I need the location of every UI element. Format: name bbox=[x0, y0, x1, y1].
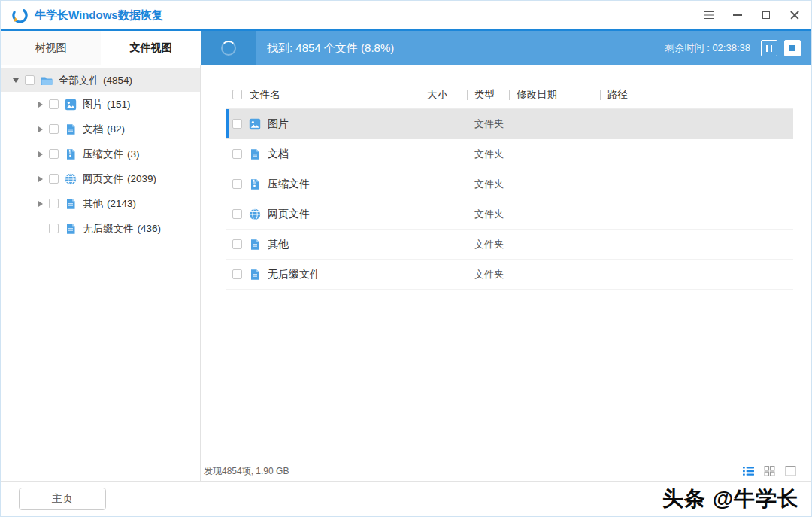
remaining-time-text: 剩余时间 : 02:38:38 bbox=[665, 41, 750, 55]
maximize-icon[interactable] bbox=[760, 9, 772, 21]
tree-item-count: (2039) bbox=[127, 173, 156, 184]
checkbox[interactable] bbox=[232, 269, 242, 279]
table-header: 文件名 大小 类型 修改日期 路径 bbox=[226, 81, 793, 109]
view-mode-switcher bbox=[743, 466, 796, 476]
table-row-no-extension-files[interactable]: 无后缀文件 文件夹 bbox=[226, 260, 793, 290]
image-icon bbox=[65, 99, 77, 111]
file-table: 文件名 大小 类型 修改日期 路径 图片 文件夹 bbox=[201, 65, 811, 461]
scan-summary-text: 发现4854项, 1.90 GB bbox=[204, 465, 289, 478]
file-name: 文档 bbox=[268, 147, 289, 161]
sidebar-item-archives[interactable]: 压缩文件 (3) bbox=[1, 141, 200, 166]
grid-view-icon[interactable] bbox=[764, 466, 775, 476]
web-icon bbox=[249, 208, 261, 220]
archive-icon bbox=[65, 148, 77, 160]
tree-item-count: (82) bbox=[107, 123, 125, 135]
header-name-cell: 文件名 bbox=[226, 88, 420, 102]
checkbox[interactable] bbox=[232, 149, 242, 159]
sidebar-tree: 全部文件 (4854) 图片 (151) 文档 (82) bbox=[1, 65, 201, 481]
checkbox[interactable] bbox=[49, 199, 59, 208]
titlebar: 牛学长Windows数据恢复 bbox=[1, 1, 811, 31]
document-icon bbox=[249, 269, 261, 281]
sidebar-item-no-extension-files[interactable]: 无后缀文件 (436) bbox=[1, 216, 200, 241]
stop-icon bbox=[789, 45, 795, 51]
document-icon bbox=[65, 123, 77, 135]
header-type[interactable]: 类型 bbox=[467, 88, 509, 102]
tree-item-label: 网页文件 bbox=[83, 172, 123, 186]
tree-item-label: 图片 bbox=[83, 98, 103, 111]
folder-icon bbox=[41, 75, 53, 87]
tree-item-count: (3) bbox=[127, 148, 140, 160]
header-date[interactable]: 修改日期 bbox=[509, 88, 600, 102]
tree-item-count: (2143) bbox=[107, 198, 136, 209]
scan-status-text: 找到: 4854 个文件 (8.8%) bbox=[267, 41, 394, 56]
list-view-icon[interactable] bbox=[743, 466, 754, 476]
sidebar-item-all-files[interactable]: 全部文件 (4854) bbox=[1, 68, 200, 92]
stop-button[interactable] bbox=[784, 40, 801, 56]
table-row-documents[interactable]: 文档 文件夹 bbox=[226, 139, 793, 169]
document-icon bbox=[65, 198, 77, 210]
file-type: 文件夹 bbox=[467, 268, 509, 281]
minimize-icon[interactable] bbox=[732, 9, 744, 21]
file-name: 无后缀文件 bbox=[268, 268, 320, 281]
expand-arrow-icon[interactable] bbox=[38, 102, 43, 108]
expand-arrow-icon[interactable] bbox=[38, 151, 43, 157]
archive-icon bbox=[249, 178, 261, 190]
checkbox[interactable] bbox=[232, 119, 242, 129]
toolbar-row: 树视图 文件视图 找到: 4854 个文件 (8.8%) 剩余时间 : 02:3… bbox=[1, 31, 811, 65]
expand-arrow-icon[interactable] bbox=[38, 201, 43, 207]
sidebar-item-documents[interactable]: 文档 (82) bbox=[1, 117, 200, 141]
checkbox[interactable] bbox=[232, 239, 242, 249]
document-icon bbox=[65, 223, 77, 235]
sidebar-item-web-files[interactable]: 网页文件 (2039) bbox=[1, 166, 200, 191]
checkbox[interactable] bbox=[232, 179, 242, 189]
menu-icon[interactable] bbox=[703, 9, 715, 21]
close-icon[interactable] bbox=[789, 9, 801, 21]
file-type: 文件夹 bbox=[467, 117, 509, 131]
expand-arrow-icon[interactable] bbox=[38, 176, 43, 182]
app-window: 牛学长Windows数据恢复 树视图 文件视图 找到: 4854 个文件 (8.… bbox=[0, 0, 812, 517]
scan-progress-bar: 找到: 4854 个文件 (8.8%) 剩余时间 : 02:38:38 bbox=[201, 31, 811, 65]
home-button[interactable]: 主页 bbox=[19, 488, 106, 510]
tab-tree-view[interactable]: 树视图 bbox=[1, 31, 101, 65]
table-row-images[interactable]: 图片 文件夹 bbox=[226, 109, 793, 139]
document-icon bbox=[249, 239, 261, 251]
tab-file-view[interactable]: 文件视图 bbox=[101, 31, 201, 65]
window-controls bbox=[703, 9, 801, 21]
pause-button[interactable] bbox=[761, 40, 777, 56]
checkbox[interactable] bbox=[49, 149, 59, 159]
header-path[interactable]: 路径 bbox=[600, 88, 793, 102]
loading-spinner-icon bbox=[221, 41, 236, 56]
spinner-block bbox=[201, 31, 256, 65]
select-all-checkbox[interactable] bbox=[232, 90, 242, 99]
sidebar-item-others[interactable]: 其他 (2143) bbox=[1, 191, 200, 216]
checkbox[interactable] bbox=[49, 174, 59, 184]
checkbox[interactable] bbox=[49, 224, 59, 233]
pause-icon bbox=[766, 45, 772, 52]
collapse-arrow-icon[interactable] bbox=[13, 78, 19, 83]
file-name: 网页文件 bbox=[268, 208, 310, 221]
sidebar-item-images[interactable]: 图片 (151) bbox=[1, 92, 200, 117]
checkbox[interactable] bbox=[49, 99, 59, 109]
checkbox[interactable] bbox=[232, 209, 242, 219]
tree-item-count: (151) bbox=[107, 99, 131, 110]
checkbox[interactable] bbox=[49, 124, 59, 134]
tree-item-label: 全部文件 bbox=[59, 74, 99, 87]
header-name[interactable]: 文件名 bbox=[250, 88, 280, 102]
web-icon bbox=[65, 173, 77, 185]
file-type: 文件夹 bbox=[467, 147, 509, 161]
table-row-web-files[interactable]: 网页文件 文件夹 bbox=[226, 199, 793, 230]
checkbox[interactable] bbox=[25, 75, 35, 85]
table-row-archives[interactable]: 压缩文件 文件夹 bbox=[226, 169, 793, 199]
expand-arrow-icon[interactable] bbox=[38, 126, 43, 132]
tree-item-count: (436) bbox=[138, 223, 162, 234]
file-name: 图片 bbox=[268, 117, 289, 131]
app-body: 全部文件 (4854) 图片 (151) 文档 (82) bbox=[1, 65, 811, 481]
tree-item-count: (4854) bbox=[103, 75, 132, 86]
window-title: 牛学长Windows数据恢复 bbox=[35, 8, 163, 23]
header-size[interactable]: 大小 bbox=[420, 88, 467, 102]
table-row-others[interactable]: 其他 文件夹 bbox=[226, 230, 793, 260]
file-type: 文件夹 bbox=[467, 208, 509, 221]
tree-item-label: 文档 bbox=[83, 123, 103, 136]
file-name: 压缩文件 bbox=[268, 178, 310, 191]
large-icon-view-icon[interactable] bbox=[785, 466, 796, 476]
